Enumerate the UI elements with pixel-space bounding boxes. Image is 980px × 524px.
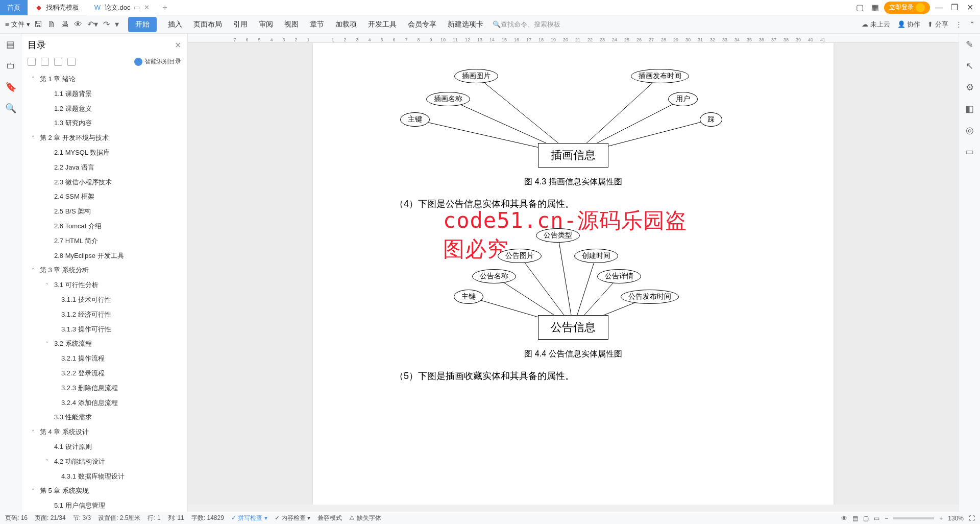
- toc-item[interactable]: 3.2.3 删除信息流程: [21, 381, 187, 396]
- status-section[interactable]: 节: 3/3: [73, 514, 91, 522]
- eye-icon[interactable]: 👁: [841, 515, 847, 522]
- preview-icon[interactable]: 👁: [74, 20, 82, 29]
- status-row[interactable]: 行: 1: [148, 514, 160, 522]
- toc-item[interactable]: 3.2.4 添加信息流程: [21, 396, 187, 411]
- ribbon-tab-view[interactable]: 视图: [284, 17, 299, 32]
- window-close-icon[interactable]: ✕: [964, 2, 976, 14]
- document-scroll[interactable]: 主键 插画名称 插画图片 插画发布时间 用户 踩 插画信息 图 4.3 插画信息…: [188, 43, 959, 505]
- toc-item[interactable]: 3.3 性能需求: [21, 410, 187, 425]
- toc-item[interactable]: 5.1 用户信息管理: [21, 498, 187, 512]
- zoom-value[interactable]: 130%: [948, 515, 964, 522]
- toc-item[interactable]: 1.3 研究内容: [21, 116, 187, 131]
- qat-more-icon[interactable]: ▾: [115, 19, 119, 29]
- status-pageno[interactable]: 页码: 16: [5, 514, 28, 522]
- saveas-icon[interactable]: 🗎: [47, 20, 56, 29]
- view-web-icon[interactable]: ▭: [874, 515, 879, 522]
- cloud-status[interactable]: ☁ 未上云: [862, 20, 890, 29]
- toc-item[interactable]: ˅3.2 系统流程: [21, 337, 187, 351]
- toc-item[interactable]: 2.2 Java 语言: [21, 160, 187, 175]
- toc-item[interactable]: 2.4 SSM 框架: [21, 189, 187, 204]
- select-icon[interactable]: ↖: [966, 60, 973, 72]
- toc-item[interactable]: 1.2 课题意义: [21, 102, 187, 116]
- layout-icon[interactable]: ▢: [853, 2, 866, 14]
- toc-tool-4[interactable]: [67, 58, 76, 66]
- toc-item[interactable]: ˅第 2 章 开发环境与技术: [21, 131, 187, 146]
- folder-icon[interactable]: 🗀: [6, 60, 15, 71]
- toc-item[interactable]: ˅第 5 章 系统实现: [21, 484, 187, 498]
- login-button[interactable]: 立即登录: [884, 2, 930, 14]
- toc-item[interactable]: 3.1.3 操作可行性: [21, 322, 187, 337]
- toc-tool-1[interactable]: [28, 58, 36, 66]
- tab-home[interactable]: 首页: [0, 0, 28, 15]
- tab-minimize-icon[interactable]: ▭: [134, 4, 140, 11]
- view-page-icon[interactable]: ▢: [863, 515, 869, 522]
- ribbon-tab-vip[interactable]: 会员专享: [408, 17, 436, 32]
- bookmark-icon[interactable]: 🔖: [5, 81, 16, 92]
- settings-icon[interactable]: ⚙: [966, 82, 974, 93]
- toc-item[interactable]: ˅3.1 可行性分析: [21, 278, 187, 293]
- status-contentcheck[interactable]: ✓ 内容检查 ▾: [275, 514, 311, 522]
- toc-item[interactable]: 1.1 课题背景: [21, 87, 187, 102]
- view-outline-icon[interactable]: ▤: [852, 515, 858, 522]
- print-icon[interactable]: 🖶: [61, 20, 69, 29]
- toc-item[interactable]: ˅第 4 章 系统设计: [21, 425, 187, 440]
- more-icon[interactable]: ⋮: [955, 20, 962, 28]
- horizontal-scrollbar[interactable]: [188, 505, 959, 512]
- toc-item[interactable]: ˅第 3 章 系统分析: [21, 263, 187, 278]
- horizontal-ruler[interactable]: 7654321123456789101112131415161718192021…: [188, 34, 959, 43]
- ribbon-tab-dev[interactable]: 开发工具: [368, 17, 397, 32]
- toc-item[interactable]: 3.1.1 技术可行性: [21, 293, 187, 307]
- ribbon-tab-addin[interactable]: 加载项: [335, 17, 357, 32]
- tab-document[interactable]: W 论文.doc ▭ ✕: [86, 0, 157, 15]
- fitpage-icon[interactable]: ⛶: [969, 515, 975, 522]
- ribbon-tab-review[interactable]: 审阅: [259, 17, 273, 32]
- toc-item[interactable]: ˅第 1 章 绪论: [21, 72, 187, 87]
- ribbon-tab-custom[interactable]: 新建选项卡: [448, 17, 483, 32]
- ribbon-tab-insert[interactable]: 插入: [168, 17, 182, 32]
- toc-item[interactable]: 3.1.2 经济可行性: [21, 307, 187, 322]
- apps-icon[interactable]: ▦: [869, 2, 881, 14]
- toc-item[interactable]: 3.2.1 操作流程: [21, 351, 187, 366]
- tab-close-icon[interactable]: ✕: [144, 4, 150, 11]
- window-minimize-icon[interactable]: —: [933, 2, 945, 14]
- collab-button[interactable]: 👤 协作: [897, 20, 921, 29]
- zoom-slider[interactable]: [893, 517, 934, 519]
- toc-tool-2[interactable]: [41, 58, 49, 66]
- status-words[interactable]: 字数: 14829: [191, 514, 224, 522]
- undo-icon[interactable]: ↶▾: [87, 19, 98, 29]
- toc-item[interactable]: 2.3 微信小程序技术: [21, 175, 187, 190]
- aim-icon[interactable]: ◎: [966, 125, 974, 136]
- toc-tool-3[interactable]: [54, 58, 62, 66]
- tab-template[interactable]: ◆ 找稻壳模板: [28, 0, 86, 15]
- color-icon[interactable]: ◧: [965, 103, 974, 114]
- toc-item[interactable]: 2.5 B/S 架构: [21, 204, 187, 219]
- status-spellcheck[interactable]: ✓ 拼写检查 ▾: [231, 514, 267, 522]
- toc-item[interactable]: 2.6 Tomcat 介绍: [21, 219, 187, 234]
- zoom-out-icon[interactable]: −: [885, 515, 888, 522]
- toc-item[interactable]: ˅4.2 功能结构设计: [21, 455, 187, 469]
- edit-icon[interactable]: ✎: [966, 39, 973, 50]
- file-menu[interactable]: ≡ 文件 ▾: [5, 20, 30, 29]
- ribbon-tab-reference[interactable]: 引用: [233, 17, 248, 32]
- toc-item[interactable]: 3.2.2 登录流程: [21, 366, 187, 381]
- ribbon-tab-start[interactable]: 开始: [128, 17, 157, 32]
- command-search[interactable]: 🔍 查找命令、搜索模板: [493, 20, 560, 29]
- status-page[interactable]: 页面: 21/34: [35, 514, 66, 522]
- toc-item[interactable]: 4.1 设计原则: [21, 440, 187, 455]
- search-panel-icon[interactable]: 🔍: [5, 103, 16, 114]
- toc-item[interactable]: 2.8 MyEclipse 开发工具: [21, 249, 187, 264]
- ribbon-tab-section[interactable]: 章节: [310, 17, 324, 32]
- status-missing-font[interactable]: ⚠ 缺失字体: [349, 514, 381, 522]
- toc-close-icon[interactable]: ✕: [175, 40, 181, 50]
- save-icon[interactable]: 🖫: [34, 20, 42, 29]
- zoom-in-icon[interactable]: +: [939, 515, 943, 522]
- status-compat[interactable]: 兼容模式: [317, 514, 342, 522]
- read-icon[interactable]: ▭: [965, 146, 974, 157]
- toc-item[interactable]: 4.3.1 数据库物理设计: [21, 469, 187, 484]
- toc-item[interactable]: 2.1 MYSQL 数据库: [21, 146, 187, 160]
- redo-icon[interactable]: ↷: [103, 19, 110, 29]
- window-maximize-icon[interactable]: ❐: [948, 2, 961, 14]
- share-button[interactable]: ⬆ 分享: [927, 20, 948, 29]
- status-col[interactable]: 列: 11: [168, 514, 184, 522]
- add-tab-button[interactable]: +: [157, 3, 174, 12]
